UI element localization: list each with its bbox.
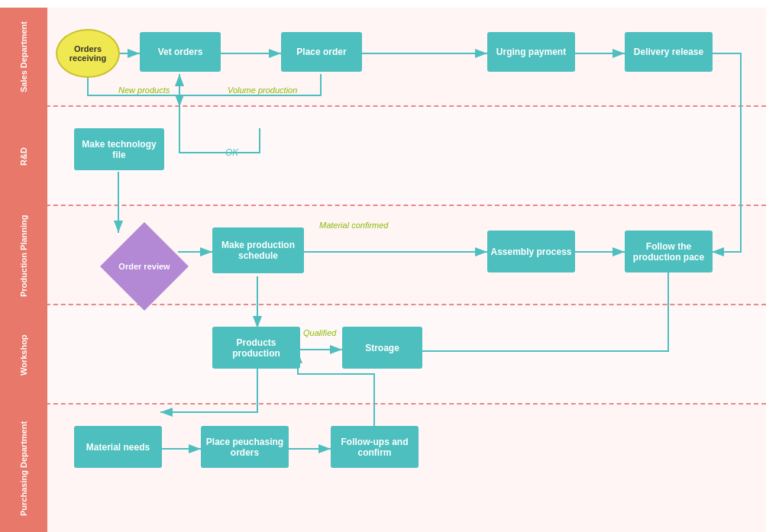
follow-ups-confirm-node: Follow-ups and confirm — [331, 426, 419, 468]
vet-orders-node: Vet orders — [140, 32, 221, 72]
label-qualified: Qualified — [303, 328, 336, 337]
delivery-release-node: Delivery release — [625, 32, 713, 72]
label-ok: OK — [225, 147, 238, 158]
lane-label-rd: R&D — [0, 107, 47, 206]
lane-label-production: Production Planning — [0, 206, 47, 305]
follow-production-pace-node: Follow the production pace — [625, 231, 713, 272]
material-needs-node: Material needs — [74, 426, 162, 468]
lane-label-purchasing: Purchasing Department — [0, 405, 47, 532]
make-technology-file-node: Make technology file — [74, 128, 164, 170]
orders-receiving-node: Orders receiving — [56, 29, 120, 78]
label-volume-production: Volume production — [228, 85, 297, 95]
label-new-products: New products — [118, 85, 170, 95]
place-purchasing-orders-node: Place peuchasing orders — [201, 426, 289, 468]
products-production-node: Products production — [212, 327, 300, 369]
lane-label-sales: Sales Department — [0, 8, 47, 107]
urging-payment-node: Urging payment — [487, 32, 575, 72]
place-order-node: Place order — [281, 32, 362, 72]
assembly-process-node: Assembly process — [487, 231, 575, 272]
lane-purchasing — [0, 405, 766, 532]
lane-label-workshop: Workshop — [0, 305, 47, 405]
make-production-schedule-node: Make production schedule — [212, 227, 304, 273]
stroage-node: Stroage — [342, 327, 422, 369]
label-material-confirmed: Material confirmed — [319, 221, 388, 230]
diagram-container: Sales Department R&D Production Planning… — [0, 0, 766, 532]
